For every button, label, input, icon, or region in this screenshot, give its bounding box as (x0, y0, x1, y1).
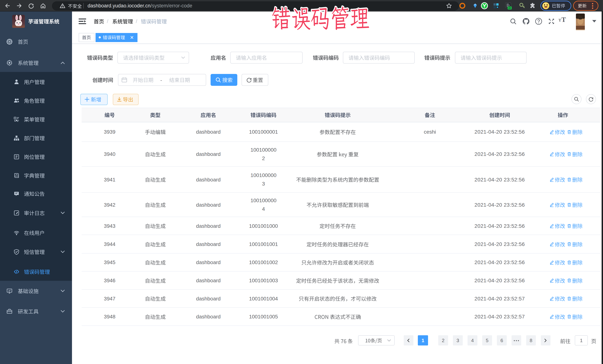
svg-text:on: on (508, 7, 511, 9)
